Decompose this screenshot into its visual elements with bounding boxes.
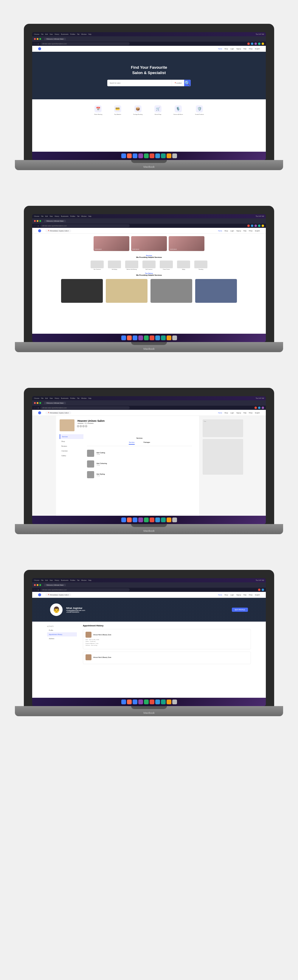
- dock-app-icon[interactable]: [172, 153, 177, 158]
- dock-app-icon[interactable]: [144, 700, 149, 704]
- site-logo[interactable]: [38, 229, 41, 232]
- dock-app-icon[interactable]: [138, 153, 143, 158]
- service-item[interactable]: Styling: [176, 261, 191, 270]
- dock-app-icon[interactable]: [155, 336, 160, 340]
- feature-item[interactable]: 💳Pay Modules: [114, 105, 121, 115]
- feature-item[interactable]: 📅Online Booking: [94, 105, 102, 115]
- dock-app-icon[interactable]: [172, 336, 177, 340]
- nav-link[interactable]: Help: [244, 594, 247, 596]
- nav-link[interactable]: FAQs: [249, 230, 253, 232]
- dock-app-icon[interactable]: [133, 517, 138, 522]
- nav-link[interactable]: Shop: [224, 594, 228, 596]
- nav-link[interactable]: Home: [218, 594, 222, 596]
- url-input[interactable]: ultimate-salon.iqonicthemedemo.com: [40, 42, 130, 45]
- side-tab[interactable]: Shop: [59, 439, 83, 444]
- dock-app-icon[interactable]: [121, 517, 126, 522]
- appointment-card[interactable]: Almost Hair & Beauty Zone: [83, 652, 251, 664]
- side-tab[interactable]: Services: [59, 434, 83, 439]
- dock-app-icon[interactable]: [144, 517, 149, 522]
- dock-app-icon[interactable]: [133, 700, 138, 704]
- dock-app-icon[interactable]: [121, 153, 126, 158]
- dock-app-icon[interactable]: [127, 517, 132, 522]
- promo-card[interactable]: Lorem ipsum: [94, 236, 129, 251]
- location-picker[interactable]: 📍 Location: [171, 80, 184, 86]
- side-tab[interactable]: Gallery: [59, 453, 83, 458]
- side-tab[interactable]: Overview: [59, 449, 83, 453]
- salon-card[interactable]: [151, 279, 192, 303]
- nav-link[interactable]: Login: [230, 48, 234, 50]
- dock-app-icon[interactable]: [167, 336, 171, 340]
- feature-item[interactable]: 🛡️Trusted Products: [195, 105, 204, 115]
- browser-tab[interactable]: Welcome | Ultimate Salon: [44, 38, 66, 40]
- nav-link[interactable]: English: [255, 594, 260, 596]
- edit-profile-button[interactable]: EDIT PROFILE: [232, 608, 248, 612]
- nav-link[interactable]: Signup: [236, 230, 241, 232]
- service-item[interactable]: Skin Treatment: [90, 261, 104, 270]
- dock-app-icon[interactable]: [161, 517, 166, 522]
- search-input[interactable]: [107, 80, 171, 86]
- feature-item[interactable]: 🎙️Services At Home: [173, 105, 183, 115]
- nav-link[interactable]: Login: [230, 412, 234, 414]
- dock-app-icon[interactable]: [133, 153, 138, 158]
- nav-link[interactable]: Help: [244, 230, 247, 232]
- nav-link[interactable]: Help: [244, 412, 247, 414]
- dock-app-icon[interactable]: [167, 153, 171, 158]
- nav-link[interactable]: English: [255, 412, 260, 414]
- dock-app-icon[interactable]: [167, 517, 171, 522]
- dock-app-icon[interactable]: [144, 336, 149, 340]
- nav-link[interactable]: Signup: [236, 48, 241, 50]
- dock-app-icon[interactable]: [155, 700, 160, 704]
- nav-link[interactable]: Signup: [236, 594, 241, 596]
- service-list-item[interactable]: Hair Styling1 hour: [87, 469, 192, 480]
- dock-app-icon[interactable]: [150, 336, 154, 340]
- feature-item[interactable]: 📦Package Booking: [133, 105, 143, 115]
- location-badge[interactable]: 📍 Ahmedabad, Gujarat, India ▾: [45, 229, 71, 232]
- forward-icon[interactable]: ›: [36, 43, 36, 45]
- dock-app-icon[interactable]: [150, 700, 154, 704]
- nav-link[interactable]: Login: [230, 230, 234, 232]
- nav-link[interactable]: Shop: [224, 48, 228, 50]
- salon-card[interactable]: [106, 279, 147, 303]
- dock-app-icon[interactable]: [121, 700, 126, 704]
- nav-link[interactable]: Home: [218, 48, 222, 50]
- nav-link[interactable]: FAQs: [249, 594, 253, 596]
- service-item[interactable]: Nail Styling: [107, 261, 122, 270]
- appointment-card[interactable]: Almost Hair & Beauty ZoneDate : 2022-11-…: [83, 629, 251, 649]
- dock-app-icon[interactable]: [138, 336, 143, 340]
- service-item[interactable]: Machine Nail Working: [124, 261, 139, 270]
- nav-link[interactable]: Signup: [236, 412, 241, 414]
- dock-app-icon[interactable]: [127, 700, 132, 704]
- reload-icon[interactable]: ⟳: [38, 43, 39, 45]
- dock-app-icon[interactable]: [155, 153, 160, 158]
- site-logo[interactable]: [38, 47, 41, 50]
- dock-app-icon[interactable]: [167, 700, 171, 704]
- nav-link[interactable]: English: [255, 48, 260, 50]
- dock-app-icon[interactable]: [161, 700, 166, 704]
- dock-app-icon[interactable]: [172, 517, 177, 522]
- service-item[interactable]: Nail Treatment: [141, 261, 157, 270]
- dock-app-icon[interactable]: [150, 517, 154, 522]
- search-button[interactable]: 🔍: [184, 80, 191, 86]
- side-tab[interactable]: Reviews: [59, 444, 83, 449]
- nav-link[interactable]: Login: [230, 594, 234, 596]
- promo-card[interactable]: Lorem ipsum: [169, 236, 204, 251]
- service-list-item[interactable]: Hair Colouring1 hour: [87, 459, 192, 469]
- nav-link[interactable]: Shop: [224, 412, 228, 414]
- nav-link[interactable]: English: [255, 230, 260, 232]
- nav-link[interactable]: FAQs: [249, 412, 253, 414]
- dock-app-icon[interactable]: [155, 517, 160, 522]
- service-list-item[interactable]: Hair Cutting1 hour: [87, 448, 192, 459]
- dock-app-icon[interactable]: [150, 153, 154, 158]
- dock-app-icon[interactable]: [133, 336, 138, 340]
- nav-link[interactable]: FAQs: [249, 48, 253, 50]
- nav-link[interactable]: Help: [244, 48, 247, 50]
- dock-app-icon[interactable]: [127, 336, 132, 340]
- promo-card[interactable]: Lorem ipsum: [131, 236, 167, 251]
- dock-app-icon[interactable]: [127, 153, 132, 158]
- dock-app-icon[interactable]: [121, 336, 126, 340]
- dock-app-icon[interactable]: [161, 153, 166, 158]
- salon-card[interactable]: [61, 279, 103, 303]
- feature-item[interactable]: 🛒Rental Shop: [154, 105, 162, 115]
- dock-app-icon[interactable]: [172, 700, 177, 704]
- back-icon[interactable]: ‹: [34, 43, 35, 45]
